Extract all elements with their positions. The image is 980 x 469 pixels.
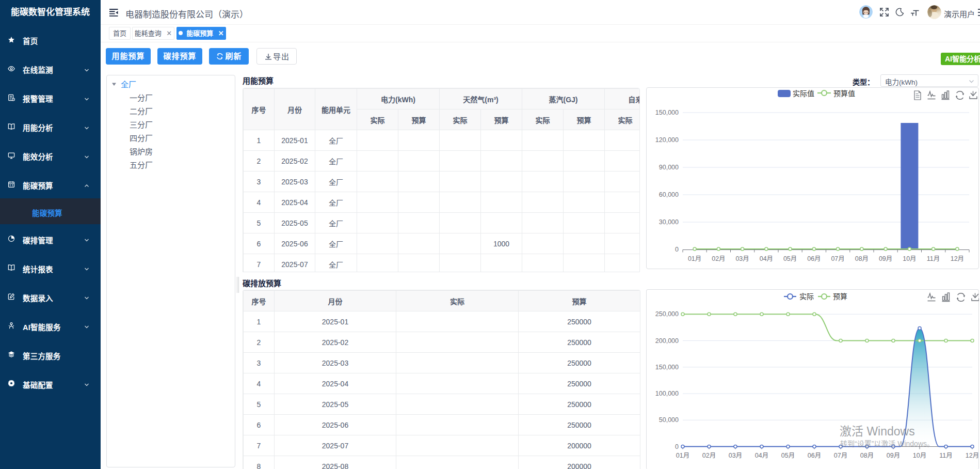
svg-text:02月: 02月 <box>702 452 716 459</box>
svg-text:250,000: 250,000 <box>655 310 679 318</box>
svg-text:150,000: 150,000 <box>655 364 679 371</box>
svg-text:12月: 12月 <box>951 255 964 262</box>
svg-text:05月: 05月 <box>781 452 795 459</box>
svg-text:09月: 09月 <box>879 255 892 262</box>
svg-text:08月: 08月 <box>855 255 869 262</box>
svg-text:07月: 07月 <box>831 255 844 262</box>
svg-text:预算值: 预算值 <box>833 89 855 98</box>
svg-text:60,000: 60,000 <box>659 191 679 198</box>
svg-text:30,000: 30,000 <box>659 218 679 226</box>
svg-text:120,000: 120,000 <box>655 136 679 144</box>
svg-text:03月: 03月 <box>729 452 742 459</box>
svg-text:0: 0 <box>675 246 679 253</box>
svg-text:04月: 04月 <box>760 255 773 262</box>
svg-text:01月: 01月 <box>688 255 701 262</box>
svg-text:90,000: 90,000 <box>659 164 679 171</box>
svg-text:06月: 06月 <box>808 452 821 459</box>
svg-text:01月: 01月 <box>676 452 689 459</box>
svg-text:200,000: 200,000 <box>655 337 679 345</box>
svg-text:预算: 预算 <box>833 292 847 301</box>
svg-text:10月: 10月 <box>913 452 926 459</box>
svg-text:激活 Windows: 激活 Windows <box>840 425 915 438</box>
svg-text:0: 0 <box>675 443 679 450</box>
svg-text:06月: 06月 <box>807 255 821 262</box>
svg-text:10月: 10月 <box>903 255 916 262</box>
svg-text:07月: 07月 <box>834 452 847 459</box>
svg-text:03月: 03月 <box>735 255 749 262</box>
svg-text:08月: 08月 <box>860 452 874 459</box>
svg-text:实际: 实际 <box>799 292 814 301</box>
svg-text:11月: 11月 <box>939 452 952 459</box>
svg-text:50,000: 50,000 <box>659 416 679 424</box>
svg-text:实际值: 实际值 <box>793 89 814 98</box>
svg-text:05月: 05月 <box>783 255 797 262</box>
svg-text:09月: 09月 <box>887 452 900 459</box>
svg-text:02月: 02月 <box>712 255 725 262</box>
svg-text:转到“设置”以激活 Windows。: 转到“设置”以激活 Windows。 <box>840 440 934 448</box>
svg-text:11月: 11月 <box>927 255 940 262</box>
svg-text:150,000: 150,000 <box>655 109 679 116</box>
svg-text:04月: 04月 <box>755 452 768 459</box>
svg-text:12月: 12月 <box>966 452 979 459</box>
svg-text:100,000: 100,000 <box>655 390 679 397</box>
